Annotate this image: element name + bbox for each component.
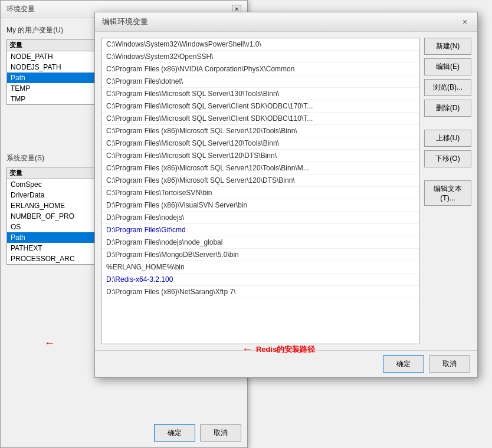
bg-ok-button[interactable]: 确定 — [154, 424, 195, 442]
path-item[interactable]: C:\Program Files\TortoiseSVN\bin — [101, 187, 419, 199]
redis-annotation: ← Redis的安装路径 — [242, 343, 315, 355]
dialog-title-text: 编辑环境变量 — [102, 17, 148, 27]
path-item[interactable]: %ERLANG_HOME%\bin — [101, 261, 419, 274]
path-item[interactable]: D:\Program Files (x86)\NetSarang\Xftp 7\ — [101, 286, 419, 298]
path-item[interactable]: C:\Windows\System32\OpenSSH\ — [101, 51, 419, 63]
sys-var-col-header: 变量 — [9, 169, 22, 177]
path-item[interactable]: C:\Program Files\Microsoft SQL Server\Cl… — [101, 113, 419, 125]
path-arrow-icon: ← — [44, 337, 55, 350]
dialog-close-button[interactable]: × — [460, 17, 470, 27]
redis-annotation-text: Redis的安装路径 — [256, 344, 315, 355]
path-item[interactable]: D:\Program Files (x86)\VisualSVN Server\… — [101, 199, 419, 212]
path-item[interactable]: D:\Program Files\Git\cmd — [101, 224, 419, 236]
path-item[interactable]: C:\Program Files\Microsoft SQL Server\Cl… — [101, 100, 419, 113]
edit-text-button[interactable]: 编辑文本(T)... — [424, 180, 471, 206]
path-item[interactable]: C:\Program Files (x86)\Microsoft SQL Ser… — [101, 125, 419, 137]
dialog-cancel-button[interactable]: 取消 — [429, 355, 470, 373]
path-item[interactable]: C:\Windows\System32\WindowsPowerShell\v1… — [101, 38, 419, 51]
browse-button[interactable]: 浏览(B)... — [424, 79, 471, 96]
path-item[interactable]: C:\Program Files\Microsoft SQL Server\12… — [101, 137, 419, 150]
bg-window-footer: 确定 取消 — [6, 424, 241, 442]
path-item[interactable]: C:\Program Files (x86)\NVIDIA Corporatio… — [101, 63, 419, 75]
path-list[interactable]: C:\Windows\System32\WindowsPowerShell\v1… — [101, 38, 419, 344]
bg-window-title-text: 环境变量 — [6, 4, 35, 14]
dialog-ok-button[interactable]: 确定 — [383, 355, 424, 373]
delete-button[interactable]: 删除(D) — [424, 100, 471, 117]
path-item[interactable]: D:\Program Files\MongoDB\Server\5.0\bin — [101, 249, 419, 261]
path-item[interactable]: C:\Program Files (x86)\Microsoft SQL Ser… — [101, 174, 419, 187]
path-item[interactable]: C:\Program Files (x86)\Microsoft SQL Ser… — [101, 162, 419, 174]
move-down-button[interactable]: 下移(O) — [424, 150, 471, 167]
path-item[interactable]: C:\Program Files\Microsoft SQL Server\13… — [101, 88, 419, 100]
move-up-button[interactable]: 上移(U) — [424, 130, 471, 147]
path-item[interactable]: D:\Redis-x64-3.2.100 — [101, 274, 419, 286]
dialog-body: C:\Windows\System32\WindowsPowerShell\v1… — [95, 32, 477, 350]
dialog-action-buttons: 新建(N) 编辑(E) 浏览(B)... 删除(D) 上移(U) 下移(O) 编… — [424, 38, 471, 344]
bg-cancel-button[interactable]: 取消 — [200, 424, 241, 442]
dialog-title-bar: 编辑环境变量 × — [95, 12, 477, 32]
redis-arrow-icon: ← — [242, 343, 252, 355]
path-item[interactable]: D:\Program Files\nodejs\node_global — [101, 236, 419, 249]
edit-button[interactable]: 编辑(E) — [424, 58, 471, 75]
path-item[interactable]: C:\Program Files\dotnet\ — [101, 75, 419, 88]
path-arrow-annotation: ← — [44, 337, 55, 350]
path-item[interactable]: D:\Program Files\nodejs\ — [101, 212, 419, 224]
new-button[interactable]: 新建(N) — [424, 38, 471, 55]
edit-env-dialog: 编辑环境变量 × C:\Windows\System32\WindowsPowe… — [94, 12, 478, 378]
path-item[interactable]: C:\Program Files\Microsoft SQL Server\12… — [101, 150, 419, 162]
var-col-header: 变量 — [9, 41, 22, 50]
